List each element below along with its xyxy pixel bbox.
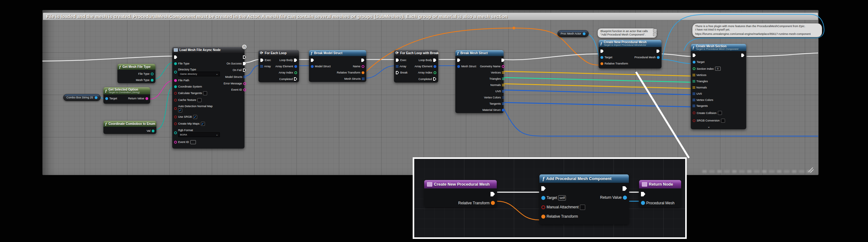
expand-chevron-icon[interactable]: ⌄ [693,125,725,128]
inset-create-new-procedural-mesh[interactable]: Create New Procedural MeshRelative Trans… [424,180,497,207]
exec-exec-pin[interactable] [741,54,744,57]
event-id-pin[interactable] [174,141,177,144]
error-message-pin[interactable] [243,82,246,85]
bubble-buttons[interactable]: ≡ ≡ [653,29,657,36]
uv0-pin[interactable] [502,90,504,92]
coordinate-combobox-to-enum[interactable]: ƒCoordinate Combobox to EnumVal [103,121,156,134]
exec-completed-pin[interactable] [294,77,297,81]
mesh-structs-pin[interactable] [362,78,364,80]
break-model-struct-header[interactable]: ƒBreak Model Struct [309,50,366,56]
target-pin[interactable] [105,97,108,100]
for-each-loop-with-break-header[interactable]: ⟳For Each Loop with Break [394,50,438,56]
inset-return-node-header[interactable]: Return Node [639,180,681,188]
exec-exec-pin[interactable] [600,50,603,53]
name-pin[interactable] [362,65,364,68]
dropdown[interactable]: BGRA⌄ [178,132,220,137]
exec-exec-pin[interactable] [396,59,399,62]
checkbox[interactable] [197,98,202,102]
checkbox[interactable] [721,119,725,123]
target-pin[interactable] [541,196,545,200]
dropdown[interactable]: Game directory⌄ [178,72,220,76]
get-mesh-file-type[interactable]: ƒGet Mesh File TypeFile TypeMesh Type [117,64,155,83]
load-mesh-file-async-node-header[interactable]: Load Mesh File Async Node [172,47,245,53]
for-each-loop-header[interactable]: ⟳For Each Loop [258,50,299,56]
exec-completed-pin[interactable] [433,77,436,81]
relative-transform-pin[interactable] [362,71,364,74]
inset-add-procedural-mesh-component-header[interactable]: ƒAdd Procedural Mesh Component [539,174,629,183]
relative-transform-pin[interactable] [491,201,495,205]
return-value-pin[interactable] [623,195,627,200]
inset-return-node[interactable]: Return NodeProcedural Mesh [639,180,681,207]
exec-exec-pin[interactable] [174,55,177,59]
array-element-pin[interactable] [294,65,297,68]
text-field[interactable] [190,140,196,144]
exec-on-success-pin[interactable] [243,62,246,65]
exec-exec-pin[interactable] [623,186,627,191]
text-field[interactable]: 0 [715,67,721,71]
rgb-format-pin[interactable] [174,131,177,134]
exec-exec-pin[interactable] [361,59,364,62]
calculate-tangents-pin[interactable] [174,92,177,95]
triangles-pin[interactable] [693,80,695,83]
exec-exec-pin[interactable] [656,50,660,53]
inset-add-procedural-mesh-component[interactable]: ƒAdd Procedural Mesh ComponentTargetself… [539,174,629,224]
vertex-colors-pin[interactable] [693,99,695,101]
node-comment-bubble[interactable]: Blueprint function in an actor that call… [597,28,657,38]
checkbox[interactable] [203,91,207,95]
for-each-loop-with-break[interactable]: ⟳For Each Loop with BreakExecArrayBreakL… [394,50,438,83]
relative-transform-pin[interactable] [541,215,545,219]
get-selected-option[interactable]: ƒGet Selected OptionTarget is ComboBox (… [103,87,150,104]
manual-attachment-pin[interactable] [541,205,545,209]
use-srgb-pin[interactable] [174,116,177,118]
exec-exec-pin[interactable] [693,54,696,57]
vertices-pin[interactable] [693,74,695,76]
create-collision-pin[interactable] [693,112,695,114]
mesh-type-pin[interactable] [151,79,154,82]
break-mesh-struct-header[interactable]: ƒBreak Mesh Struct [455,50,504,56]
exec-on-fail-pin[interactable] [243,68,246,72]
coordinate-combobox-to-enum-header[interactable]: ƒCoordinate Combobox to Enum [103,121,156,127]
checkbox[interactable] [580,205,585,210]
triangles-pin[interactable] [502,78,504,80]
bubble-pin-icon[interactable]: ≡ [653,29,657,32]
note-url[interactable]: https://forums.unrealengine.com/unreal-e… [695,32,819,36]
load-mesh-file-async-node[interactable]: Load Mesh File Async Node◷File TypeDirec… [172,47,245,149]
mesh-struct-pin[interactable] [457,65,460,68]
combo-box-string-25-output-pin[interactable] [95,96,97,99]
create-mip-maps-pin[interactable] [174,122,177,125]
vertices-pin[interactable] [502,71,504,74]
tangents-pin[interactable] [693,104,695,107]
proc-mesh-actor[interactable]: Proc Mesh Actor [557,30,589,37]
target-pin[interactable] [693,61,695,64]
file-path-pin[interactable] [174,79,177,82]
checkbox[interactable]: ✓ [193,115,197,119]
checkbox[interactable]: ✓ [178,109,182,113]
uv0-pin[interactable] [693,92,695,95]
array-pin[interactable] [260,65,263,68]
file-type-pin[interactable] [151,72,154,75]
tangents-pin[interactable] [502,102,504,105]
get-selected-option-header[interactable]: ƒGet Selected OptionTarget is ComboBox (… [103,87,150,94]
file-type-pin[interactable] [174,62,177,65]
exec-exec-pin[interactable] [457,59,460,62]
exec-exec-pin[interactable] [641,192,645,196]
bubble-size-icon[interactable]: ≡ [653,33,657,36]
procedural-mesh-pin[interactable] [641,201,645,205]
return-value-pin[interactable] [146,97,148,100]
proc-mesh-actor-output-pin[interactable] [583,32,586,35]
combo-box-string-25[interactable]: Combo Box String 25 [63,94,101,101]
note-comment-bubble[interactable]: There is a free plugin with more feature… [692,23,822,37]
inset-create-new-procedural-mesh-header[interactable]: Create New Procedural Mesh [424,180,497,188]
exec-loop-body-pin[interactable] [294,59,297,62]
material-struct-pin[interactable] [502,109,504,112]
vertex-colors-pin[interactable] [502,96,504,99]
exec-exec-pin[interactable] [491,192,495,196]
create-mesh-section-header[interactable]: ƒCreate Mesh SectionTarget is Procedural… [691,44,746,51]
array-index-pin[interactable] [434,71,436,74]
create-new-procedural-mesh[interactable]: ƒCreate New Procedural MeshTarget is Imp… [598,40,661,68]
normals-pin[interactable] [693,86,695,89]
section-index-pin[interactable] [693,67,695,70]
procedural-mesh-pin[interactable] [657,56,660,59]
relative-transform-pin[interactable] [600,62,603,65]
directory-type-pin[interactable] [174,71,177,73]
